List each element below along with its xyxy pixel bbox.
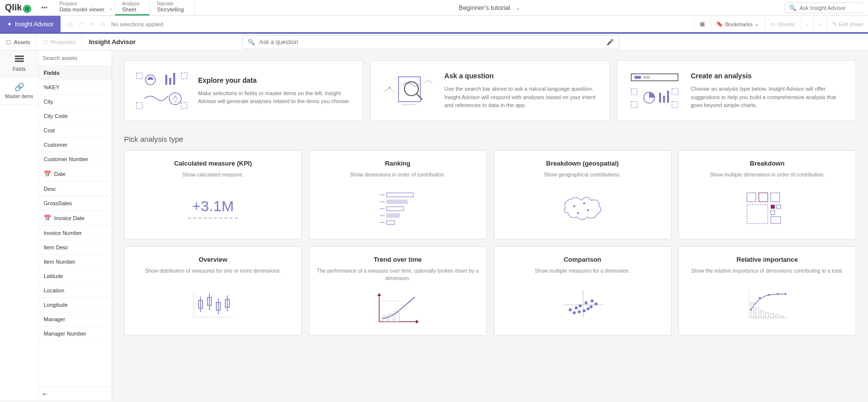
analysis-title: Calculated measure (KPI) — [132, 160, 294, 167]
svg-rect-0 — [15, 56, 24, 57]
field-label: Item Number — [44, 259, 75, 265]
analysis-desc: The performance of a measure over time, … — [316, 267, 479, 282]
field-item[interactable]: 📅Invoice Date — [39, 211, 112, 226]
svg-rect-47 — [777, 205, 781, 209]
analysis-kpi[interactable]: Calculated measure (KPI) Show calculated… — [124, 150, 302, 239]
analysis-title: Relative importance — [686, 256, 849, 263]
svg-rect-48 — [771, 211, 775, 215]
field-item[interactable]: Item Desc — [39, 240, 112, 255]
intro-ask[interactable]: Ask a question Use the search bar above … — [370, 60, 609, 121]
analysis-trend[interactable]: Trend over time The performance of a mea… — [309, 246, 486, 336]
analysis-breakdown[interactable]: Breakdown Show multiple dimensions in or… — [678, 150, 856, 239]
analysis-ranking[interactable]: Ranking Show dimensions in order of cont… — [309, 150, 486, 239]
top-search[interactable]: 🔍 — [785, 2, 864, 13]
explore-illustration — [134, 71, 189, 111]
chevron-down-icon: ⌄ — [109, 5, 113, 10]
svg-point-84 — [777, 293, 779, 295]
step-forward-icon[interactable]: ↷ — [89, 21, 94, 28]
selection-tools: ⊡ ↶ ↷ ⊘ No selections applied — [61, 21, 170, 28]
field-item[interactable]: 📅Date — [39, 167, 112, 182]
analysis-relative[interactable]: Relative importance Show the relative im… — [678, 246, 856, 336]
field-item[interactable]: Manager Number — [39, 327, 112, 341]
field-item[interactable]: Customer Number — [39, 152, 112, 167]
field-item[interactable]: %KEY — [39, 80, 112, 95]
nav-tab-sub: Narrate — [157, 1, 184, 6]
svg-rect-23 — [672, 102, 678, 108]
analysis-geo[interactable]: Breakdown (geospatial) Show geographical… — [494, 150, 671, 239]
bookmarks-button[interactable]: 🔖 Bookmarks ⌄ — [711, 16, 764, 32]
edit-sheet-button[interactable]: ✎ Edit sheet — [827, 16, 868, 32]
svg-rect-87 — [756, 308, 759, 318]
field-item[interactable]: Location — [39, 284, 112, 298]
rail-fields[interactable]: Fields — [0, 51, 38, 77]
create-illustration — [627, 71, 682, 111]
search-assets[interactable] — [39, 51, 112, 66]
field-item[interactable]: Latitude — [39, 269, 112, 284]
analysis-overview[interactable]: Overview Show distribution of measures f… — [124, 246, 302, 336]
field-item[interactable]: Invoice Number — [39, 226, 112, 240]
analysis-title: Comparison — [501, 256, 664, 263]
nav-tab-narrate[interactable]: Narrate Storytelling — [150, 0, 194, 15]
no-selections-text: No selections applied — [111, 21, 163, 27]
analysis-comparison[interactable]: Comparison Show multiple measures for a … — [494, 246, 671, 336]
rail-master-items[interactable]: 🔗 Master items — [0, 77, 38, 105]
nav-tab-prepare[interactable]: Prepare Data model viewer ⌄ — [53, 0, 115, 15]
field-item[interactable]: Desc — [39, 182, 112, 196]
svg-rect-18 — [634, 76, 641, 79]
field-item[interactable]: Manager — [39, 312, 112, 327]
clear-selections-icon[interactable]: ⊘ — [100, 21, 105, 28]
field-label: Location — [44, 287, 65, 293]
top-search-input[interactable] — [800, 5, 868, 11]
properties-button[interactable]: ▢ Properties — [37, 34, 82, 50]
assets-label: Assets — [14, 39, 30, 45]
logo-text: Qlik — [5, 2, 22, 13]
svg-point-38 — [573, 205, 575, 207]
insight-advisor-button[interactable]: ✦ Insight Advisor — [0, 16, 61, 32]
field-list[interactable]: %KEYCityCity CodeCostCustomerCustomer Nu… — [39, 80, 112, 387]
bookmarks-label: Bookmarks — [725, 21, 752, 27]
svg-point-40 — [587, 209, 589, 211]
search-assets-input[interactable] — [43, 55, 108, 61]
edit-label: Edit sheet — [839, 21, 863, 27]
ask-question-box[interactable]: 🔍 🎤 — [242, 35, 619, 49]
selections-view-icon[interactable]: ▦ — [694, 16, 710, 32]
svg-rect-49 — [771, 217, 781, 224]
svg-rect-91 — [776, 315, 779, 318]
nav-tab-sub: Analyze — [122, 1, 140, 6]
selection-bar: ✦ Insight Advisor ⊡ ↶ ↷ ⊘ No selections … — [0, 16, 868, 34]
step-back-icon[interactable]: ↶ — [78, 21, 83, 28]
breakdown-illustration — [686, 186, 849, 230]
analysis-title: Breakdown — [686, 160, 849, 167]
field-item[interactable]: GrossSales — [39, 196, 112, 211]
next-sheet-button[interactable]: › — [813, 16, 826, 32]
collapse-panel-button[interactable]: ⇤ — [39, 387, 112, 401]
svg-rect-22 — [631, 102, 637, 108]
intro-create[interactable]: Create an analysis Choose an analysis ty… — [617, 60, 856, 121]
field-item[interactable]: City Code — [39, 109, 112, 123]
nav-tab-analyze[interactable]: Analyze Sheet — [115, 0, 150, 15]
trend-illustration — [316, 289, 479, 326]
prev-sheet-button[interactable]: ‹ — [801, 16, 813, 32]
intro-explore[interactable]: Explore your data Make selections in fie… — [124, 60, 363, 121]
app-title-text: Beginner's tutorial — [459, 4, 510, 11]
geo-illustration — [501, 186, 664, 230]
insight-icon: ✦ — [7, 21, 12, 28]
app-title[interactable]: Beginner's tutorial ⌄ — [195, 4, 785, 11]
field-item[interactable]: Customer — [39, 138, 112, 152]
smart-search-icon[interactable]: ⊡ — [67, 21, 72, 28]
field-item[interactable]: Longitude — [39, 298, 112, 312]
svg-rect-42 — [747, 193, 756, 202]
sheets-button[interactable]: ▭ Sheets — [765, 16, 799, 32]
svg-rect-31 — [387, 200, 407, 204]
field-item[interactable]: Cost — [39, 123, 112, 138]
microphone-icon[interactable]: 🎤 — [606, 39, 614, 46]
field-item[interactable]: City — [39, 95, 112, 109]
field-item[interactable]: Item Number — [39, 255, 112, 269]
assets-button[interactable]: ▢ Assets — [0, 34, 37, 50]
ask-question-input[interactable] — [259, 39, 606, 46]
analysis-desc: Show multiple measures for a dimension. — [501, 267, 664, 275]
more-menu-icon[interactable]: ••• — [36, 4, 53, 11]
svg-point-72 — [585, 301, 588, 304]
qlik-logo[interactable]: Qlik ◉ — [0, 2, 36, 14]
link-icon: 🔗 — [14, 82, 24, 92]
